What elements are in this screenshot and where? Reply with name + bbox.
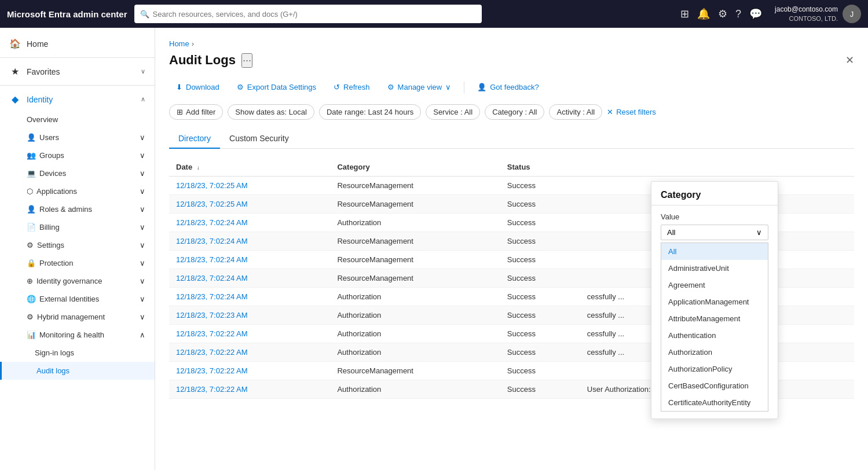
breadcrumb-home[interactable]: Home [169,39,189,48]
activity-filter[interactable]: Activity : All [549,104,602,120]
category-option[interactable]: CertificateAuthorityEntity [661,394,768,411]
user-info[interactable]: jacob@contoso.com CONTOSO, LTD. J [775,5,861,23]
row-category-6: Authorization [330,288,500,306]
help-icon[interactable]: ? [735,8,741,20]
row-date-10[interactable]: 12/18/23, 7:02:22 AM [169,362,330,380]
row-date-1[interactable]: 12/18/23, 7:02:25 AM [169,195,330,214]
chevron-up-icon: ∧ [141,96,145,103]
chevron-ig-icon: ∨ [140,277,145,285]
category-option[interactable]: CertBasedConfiguration [661,377,768,394]
category-option[interactable]: ApplicationManagement [661,293,768,310]
row-status-0: Success [500,177,580,195]
row-date-4[interactable]: 12/18/23, 7:02:24 AM [169,251,330,269]
category-option[interactable]: Authorization [661,344,768,361]
sidebar-item-audit-logs[interactable]: Audit logs [0,362,155,380]
settings-icon[interactable]: ⚙ [718,8,727,20]
sidebar-identity-label: Identity [27,95,135,104]
export-data-button[interactable]: ⚙ Export Data Settings [230,79,323,95]
row-date-3[interactable]: 12/18/23, 7:02:24 AM [169,232,330,251]
sidebar-item-applications[interactable]: ⬡ Applications ∨ [0,182,155,200]
sidebar-item-protection[interactable]: 🔒 Protection ∨ [0,254,155,272]
page-header: Audit Logs ··· ✕ [169,53,854,68]
show-dates-filter[interactable]: Show dates as: Local [228,104,314,120]
row-status-4: Success [500,251,580,269]
category-value-select[interactable]: All ∨ [661,225,768,240]
star-icon: ★ [9,66,21,77]
category-option[interactable]: AdministrativeUnit [661,260,768,277]
refresh-label: Refresh [343,83,370,91]
sidebar-item-settings[interactable]: ⚙ Settings ∨ [0,236,155,254]
category-dropdown-list[interactable]: AllAdministrativeUnitAgreementApplicatio… [661,243,768,412]
row-date-5[interactable]: 12/18/23, 7:02:24 AM [169,269,330,288]
category-selected-value: All [667,228,675,237]
col-category[interactable]: Category [330,158,500,177]
category-option[interactable]: AttributeManagement [661,310,768,327]
category-option[interactable]: AuthorizationPolicy [661,361,768,377]
row-date-6[interactable]: 12/18/23, 7:02:24 AM [169,288,330,306]
show-dates-label: Show dates as: Local [235,108,307,116]
row-category-4: ResourceManagement [330,251,500,269]
service-filter[interactable]: Service : All [426,104,480,120]
row-date-11[interactable]: 12/18/23, 7:02:22 AM [169,380,330,399]
chevron-ei-icon: ∨ [140,295,145,303]
close-button[interactable]: ✕ [845,54,854,67]
add-filter-button[interactable]: ⊞ Add filter [169,104,223,120]
category-filter[interactable]: Category : All [485,104,544,120]
page-menu-button[interactable]: ··· [241,53,252,68]
add-filter-label: Add filter [186,108,215,116]
panel-value-label: Value [661,212,768,221]
refresh-button[interactable]: ↺ Refresh [327,79,377,95]
sidebar-item-hybrid-management[interactable]: ⚙ Hybrid management ∨ [0,308,155,326]
feedback-button[interactable]: 👤 Got feedback? [470,79,546,95]
sidebar-divider [0,57,155,58]
notification-icon[interactable]: 🔔 [697,8,710,20]
download-icon: ⬇ [176,83,182,91]
sidebar-item-users[interactable]: 👤 Users ∨ [0,128,155,146]
sidebar-item-monitoring[interactable]: 📊 Monitoring & health ∧ [0,326,155,344]
feedback-icon[interactable]: 💬 [749,8,762,20]
sort-arrow-icon: ↓ [197,164,200,171]
category-option[interactable]: Authentication [661,327,768,344]
reset-filters-button[interactable]: ✕ Reset filters [607,108,656,116]
sidebar-item-external-identities[interactable]: 🌐 External Identities ∨ [0,290,155,308]
main-content: Home › Audit Logs ··· ✕ ⬇ Download ⚙ Exp… [155,28,868,470]
portal-icon[interactable]: ⊞ [680,8,689,20]
sidebar-item-identity[interactable]: ◆ Identity ∧ [0,88,155,111]
row-date-7[interactable]: 12/18/23, 7:02:23 AM [169,306,330,325]
row-status-9: Success [500,343,580,362]
sidebar-item-devices[interactable]: 💻 Devices ∨ [0,164,155,182]
chevron-billing-icon: ∨ [140,223,145,232]
sidebar-hm-icon: ⚙ [27,313,34,321]
search-box[interactable]: 🔍 [134,5,482,23]
row-category-5: ResourceManagement [330,269,500,288]
row-date-2[interactable]: 12/18/23, 7:02:24 AM [169,214,330,232]
category-option[interactable]: Agreement [661,277,768,293]
row-status-6: Success [500,288,580,306]
category-option[interactable]: All [661,243,768,260]
sidebar-settings-icon: ⚙ [27,241,34,249]
sidebar-item-favorites[interactable]: ★ Favorites ∨ [0,60,155,83]
feedback-icon: 👤 [477,83,486,91]
tab-directory[interactable]: Directory [169,129,220,149]
tab-custom-security[interactable]: Custom Security [220,129,298,149]
sidebar-item-signin-logs[interactable]: Sign-in logs [0,344,155,362]
manage-view-button[interactable]: ⚙ Manage view ∨ [380,79,459,95]
avatar[interactable]: J [843,5,861,23]
col-date[interactable]: Date ↓ [169,158,330,177]
row-date-9[interactable]: 12/18/23, 7:02:22 AM [169,343,330,362]
col-status[interactable]: Status [500,158,580,177]
row-category-0: ResourceManagement [330,177,500,195]
sidebar-item-roles[interactable]: 👤 Roles & admins ∨ [0,200,155,218]
sidebar-mon-icon: 📊 [27,331,36,339]
sidebar-item-overview[interactable]: Overview [0,111,155,128]
row-date-0[interactable]: 12/18/23, 7:02:25 AM [169,177,330,195]
service-filter-label: Service : All [433,108,473,116]
row-date-8[interactable]: 12/18/23, 7:02:22 AM [169,325,330,343]
search-input[interactable] [153,10,476,19]
sidebar-item-billing[interactable]: 📄 Billing ∨ [0,218,155,236]
date-range-filter[interactable]: Date range: Last 24 hours [319,104,421,120]
download-button[interactable]: ⬇ Download [169,79,226,95]
sidebar-item-groups[interactable]: 👥 Groups ∨ [0,146,155,164]
sidebar-item-identity-governance[interactable]: ⊕ Identity governance ∨ [0,272,155,290]
sidebar-item-home[interactable]: 🏠 Home [0,32,155,55]
